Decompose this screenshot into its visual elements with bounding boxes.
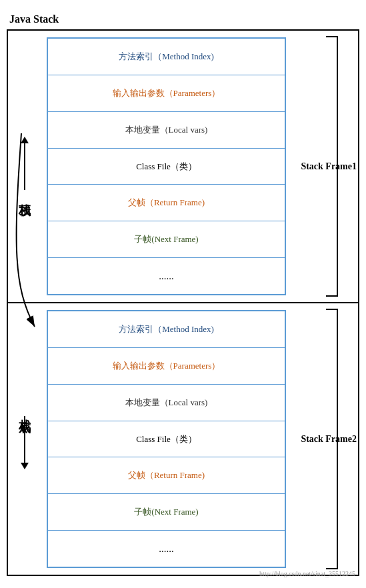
bottom-table-row-1: 输入输出参数（Parameters） xyxy=(48,348,285,385)
watermark: http://blog.csdn.net/sinat_35512245 xyxy=(259,570,355,577)
bottom-side-label: 栈底 xyxy=(8,303,41,575)
bottom-table-row-4: 父帧（Return Frame) xyxy=(48,457,285,494)
top-table-row-2: 本地变量（Local vars) xyxy=(48,112,285,149)
top-side-label: 栈顶 xyxy=(8,31,41,302)
top-table-row-3: Class File（类） xyxy=(48,149,285,185)
top-half: 栈顶 方法索引（Method Index)输入输出参数（Parameters）本… xyxy=(8,31,358,303)
bottom-frame-area: 方法索引（Method Index)输入输出参数（Parameters）本地变量… xyxy=(41,303,291,575)
page-title: Java Stack xyxy=(9,13,359,25)
bottom-table-row-6: ...... xyxy=(48,531,285,567)
top-table-row-0: 方法索引（Method Index) xyxy=(48,39,285,75)
stack-frame2-label: Stack Frame2 xyxy=(301,434,357,445)
bottom-table-row-5: 子帧(Next Frame) xyxy=(48,494,285,531)
top-frame-label-area: Stack Frame1 xyxy=(291,31,358,302)
arrow-head-down-icon xyxy=(21,463,29,469)
arrow-line-down xyxy=(24,416,25,463)
top-table-row-4: 父帧（Return Frame) xyxy=(48,185,285,221)
top-table-row-5: 子帧(Next Frame) xyxy=(48,221,285,258)
top-frame-area: 方法索引（Method Index)输入输出参数（Parameters）本地变量… xyxy=(41,31,291,302)
bottom-half: 栈底 方法索引（Method Index)输入输出参数（Parameters）本… xyxy=(8,303,358,575)
outer-container: Java Stack 栈顶 方法索引（Method Index)输入输出参数（P… xyxy=(7,13,359,580)
arrow-head-up-icon xyxy=(21,137,29,143)
bottom-inner-table: 方法索引（Method Index)输入输出参数（Parameters）本地变量… xyxy=(47,310,286,568)
arrow-line-up xyxy=(24,143,25,190)
top-table-row-1: 输入输出参数（Parameters） xyxy=(48,75,285,112)
top-inner-table: 方法索引（Method Index)输入输出参数（Parameters）本地变量… xyxy=(47,37,286,295)
bottom-bracket-bottom-line xyxy=(326,568,338,569)
bracket-bottom-line xyxy=(326,295,338,297)
bottom-frame-label-area: Stack Frame2 xyxy=(291,303,358,575)
main-box: 栈顶 方法索引（Method Index)输入输出参数（Parameters）本… xyxy=(7,29,359,576)
top-table-row-6: ...... xyxy=(48,258,285,294)
bottom-table-row-3: Class File（类） xyxy=(48,421,285,458)
bottom-table-row-0: 方法索引（Method Index) xyxy=(48,311,285,348)
stack-frame1-label: Stack Frame1 xyxy=(301,161,357,172)
stack-top-label: 栈顶 xyxy=(17,194,33,197)
up-arrow xyxy=(21,137,29,190)
stack-bottom-label: 栈底 xyxy=(17,409,33,412)
down-arrow xyxy=(21,416,29,469)
bottom-table-row-2: 本地变量（Local vars) xyxy=(48,385,285,421)
